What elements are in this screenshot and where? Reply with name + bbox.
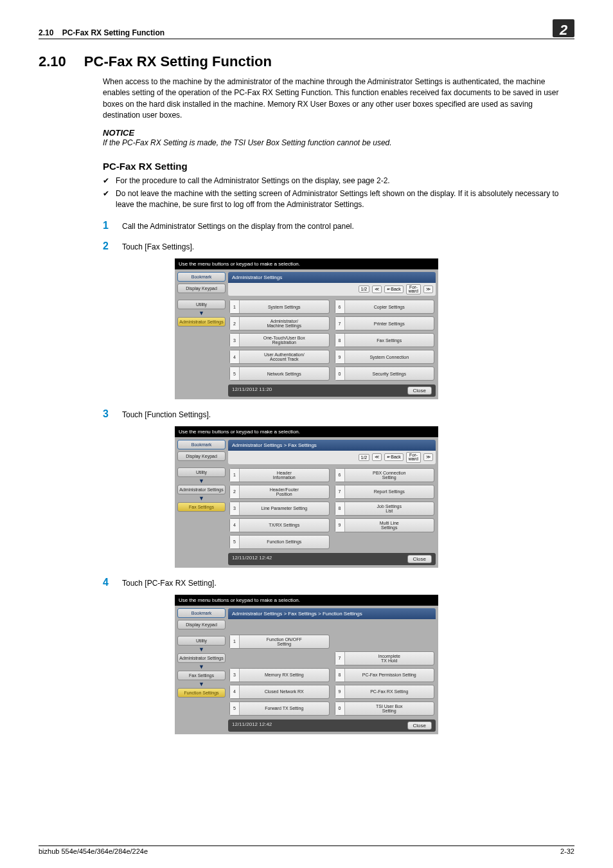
- menu-item-button[interactable]: 5Forward TX Setting: [229, 701, 330, 716]
- screenshot-function-settings: Use the menu buttons or keypad to make a…: [175, 595, 438, 734]
- menu-item-label: Line Parameter Setting: [240, 506, 329, 511]
- menu-item-button[interactable]: 5Network Settings: [229, 366, 330, 381]
- screenshot-admin-settings: Use the menu buttons or keypad to make a…: [175, 258, 438, 400]
- chapter-badge: 2: [553, 19, 574, 37]
- menu-item-button[interactable]: 7Printer Settings: [335, 316, 435, 330]
- menu-item-button[interactable]: 1Function ON/OFF Setting: [229, 635, 330, 649]
- prereq-item: ✔ For the procedure to call the Administ…: [103, 176, 574, 186]
- menu-item-button[interactable]: 3Memory RX Setting: [229, 668, 330, 682]
- menu-item-button[interactable]: 3One-Touch/User Box Registration: [229, 333, 330, 347]
- close-button[interactable]: Close: [407, 721, 432, 730]
- menu-item-label: Header Information: [240, 471, 329, 480]
- menu-item-number: 2: [230, 317, 240, 330]
- check-icon: ✔: [103, 176, 116, 186]
- menu-item-number: 5: [230, 367, 240, 380]
- menu-item-button[interactable]: 3Line Parameter Setting: [229, 502, 330, 516]
- menu-item-button[interactable]: 9PC-Fax RX Setting: [335, 685, 435, 699]
- menu-item-number: 4: [230, 685, 240, 698]
- menu-item-label: Report Settings: [345, 489, 434, 494]
- menu-item-button[interactable]: 0TSI User Box Setting: [335, 701, 435, 716]
- pager-prev[interactable]: ≪: [372, 453, 382, 461]
- menu-item-label: System Settings: [240, 305, 329, 309]
- menu-item-number: 5: [230, 702, 240, 715]
- running-header: 2.10 PC-Fax RX Setting Function: [39, 28, 164, 37]
- menu-item-button[interactable]: 8Fax Settings: [335, 333, 435, 347]
- menu-item-button[interactable]: 6PBX Connection Setting: [335, 468, 435, 482]
- timestamp: 12/11/2012 12:42: [232, 555, 272, 563]
- menu-item-label: Fax Settings: [345, 338, 434, 343]
- menu-item-button[interactable]: 1System Settings: [229, 300, 330, 314]
- step-text: Touch [Function Settings].: [122, 410, 211, 419]
- tab-bookmark[interactable]: Bookmark: [177, 272, 226, 282]
- menu-item-button[interactable]: 7Incomplete TX Hold: [335, 651, 435, 665]
- menu-item-button[interactable]: 4User Authentication/ Account Track: [229, 350, 330, 364]
- chevron-down-icon: ▼: [177, 311, 226, 315]
- pager-next[interactable]: ≫: [423, 453, 433, 461]
- menu-item-button[interactable]: 4TX/RX Settings: [229, 518, 330, 532]
- menu-item-number: 3: [230, 669, 240, 682]
- close-button[interactable]: Close: [407, 386, 432, 395]
- tab-function-settings[interactable]: Function Settings: [177, 688, 226, 698]
- tab-utility[interactable]: Utility: [177, 467, 226, 477]
- shot-instruction: Use the menu buttons or keypad to make a…: [175, 258, 438, 269]
- menu-item-number: 0: [335, 702, 345, 715]
- tab-admin-settings[interactable]: Administrator Settings: [177, 317, 226, 327]
- menu-item-label: PBX Connection Setting: [345, 471, 434, 480]
- tab-display-keypad[interactable]: Display Keypad: [177, 451, 226, 461]
- chevron-down-icon: ▼: [177, 496, 226, 500]
- tab-admin-settings[interactable]: Administrator Settings: [177, 485, 226, 494]
- menu-item-label: TSI User Box Setting: [345, 704, 434, 713]
- section-title: PC-Fax RX Setting Function: [62, 28, 164, 37]
- tab-display-keypad[interactable]: Display Keypad: [177, 284, 226, 293]
- menu-item-button[interactable]: 4Closed Network RX: [229, 685, 330, 699]
- menu-item-label: Administrator/ Machine Settings: [240, 319, 329, 328]
- forward-button[interactable]: For- ward: [406, 284, 421, 295]
- menu-item-number: 9: [335, 685, 345, 698]
- menu-item-number: 3: [230, 502, 240, 515]
- menu-item-button[interactable]: 1Header Information: [229, 468, 330, 482]
- prereq-text: Do not leave the machine with the settin…: [116, 188, 574, 211]
- menu-item-button[interactable]: 6Copier Settings: [335, 300, 435, 314]
- menu-item-button[interactable]: 8Job Settings List: [335, 502, 435, 516]
- menu-item-number: 4: [230, 350, 240, 363]
- pager-prev[interactable]: ≪: [372, 285, 382, 293]
- menu-item-number: 9: [335, 519, 345, 532]
- step-number: 1: [103, 220, 122, 231]
- menu-item-label: PC-Fax Permission Setting: [345, 673, 434, 677]
- menu-item-button[interactable]: 2Header/Footer Position: [229, 485, 330, 499]
- tab-display-keypad[interactable]: Display Keypad: [177, 620, 226, 629]
- chevron-down-icon: ▼: [177, 682, 226, 686]
- tab-bookmark[interactable]: Bookmark: [177, 440, 226, 449]
- step-number: 2: [103, 240, 122, 252]
- menu-item-button[interactable]: 9Multi Line Settings: [335, 518, 435, 532]
- menu-item-button[interactable]: 0Security Settings: [335, 366, 435, 381]
- menu-item-label: Function Settings: [240, 539, 329, 544]
- close-button[interactable]: Close: [407, 555, 432, 563]
- prereq-item: ✔ Do not leave the machine with the sett…: [103, 188, 574, 211]
- menu-item-button[interactable]: 7Report Settings: [335, 485, 435, 499]
- menu-item-label: Memory RX Setting: [240, 673, 329, 677]
- menu-item-button[interactable]: 2Administrator/ Machine Settings: [229, 316, 330, 330]
- step-row: 4 Touch [PC-Fax RX Setting].: [103, 577, 574, 588]
- tab-utility[interactable]: Utility: [177, 636, 226, 646]
- step-row: 2 Touch [Fax Settings].: [103, 240, 574, 252]
- tab-fax-settings[interactable]: Fax Settings: [177, 502, 226, 512]
- procedure-heading: PC-Fax RX Setting: [103, 161, 574, 172]
- forward-button[interactable]: For- ward: [406, 452, 421, 463]
- step-text: Call the Administrator Settings on the d…: [122, 222, 354, 231]
- menu-item-number: 8: [335, 334, 345, 347]
- menu-item-label: Closed Network RX: [240, 689, 329, 694]
- pager-next[interactable]: ≫: [423, 285, 433, 293]
- menu-item-number: 9: [335, 350, 345, 363]
- back-button[interactable]: ↞Back: [384, 285, 404, 293]
- tab-bookmark[interactable]: Bookmark: [177, 608, 226, 618]
- tab-fax-settings[interactable]: Fax Settings: [177, 671, 226, 680]
- back-button[interactable]: ↞Back: [384, 453, 404, 461]
- tab-admin-settings[interactable]: Administrator Settings: [177, 653, 226, 663]
- tab-utility[interactable]: Utility: [177, 300, 226, 309]
- menu-item-number: 1: [230, 469, 240, 482]
- menu-item-label: One-Touch/User Box Registration: [240, 336, 329, 345]
- menu-item-button[interactable]: 5Function Settings: [229, 535, 330, 549]
- menu-item-button[interactable]: 9System Connection: [335, 350, 435, 364]
- menu-item-button[interactable]: 8PC-Fax Permission Setting: [335, 668, 435, 682]
